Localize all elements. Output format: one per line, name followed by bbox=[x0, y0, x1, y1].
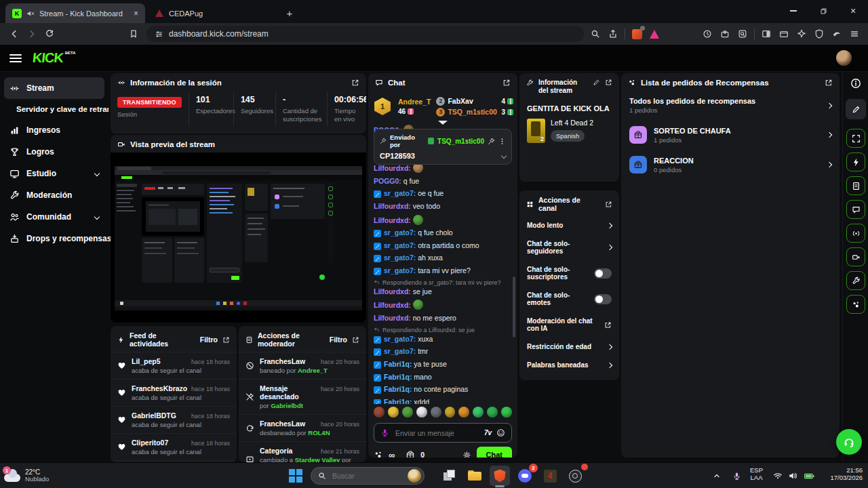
wifi-icon[interactable] bbox=[772, 470, 784, 482]
bookmark-icon[interactable] bbox=[125, 25, 142, 43]
back-icon[interactable] bbox=[5, 25, 23, 43]
toggle-switch[interactable] bbox=[594, 294, 612, 304]
more-options-icon[interactable] bbox=[498, 138, 506, 145]
identity-icon[interactable] bbox=[374, 450, 383, 458]
clock[interactable]: 21:56 17/03/2026 bbox=[830, 467, 863, 482]
chat-username[interactable]: Lilfourdxd: bbox=[374, 301, 411, 309]
leaderboard-user[interactable]: TSQ_m1stic00 bbox=[448, 108, 498, 116]
popout-icon[interactable] bbox=[605, 201, 612, 208]
channel-action-chevron[interactable]: Chat de solo-seguidores bbox=[519, 235, 619, 260]
weather-widget[interactable]: 1 22°C Nublado bbox=[4, 465, 49, 487]
sidebar-item-drops[interactable]: Drops y recompensas bbox=[0, 228, 108, 249]
pin-icon[interactable] bbox=[488, 138, 495, 145]
channel-action-external[interactable]: Moderación del chat con IA bbox=[519, 312, 619, 338]
chat-username[interactable]: Lilfourdxd: bbox=[374, 287, 411, 296]
address-bar[interactable]: dashboard.kick.com/stream bbox=[146, 26, 584, 42]
tab-kick-dashboard[interactable]: K Stream - Kick Dashboard × bbox=[5, 3, 145, 23]
quick-emote[interactable] bbox=[473, 407, 484, 418]
chat-username[interactable]: Fabri1q: bbox=[384, 398, 412, 404]
info-icon[interactable] bbox=[850, 77, 862, 89]
leaderboard-user[interactable]: FabXav bbox=[448, 97, 498, 105]
quick-emote[interactable] bbox=[416, 407, 427, 418]
sidebar-menu-icon[interactable] bbox=[9, 54, 22, 62]
wallet-icon[interactable] bbox=[775, 25, 793, 43]
emoji-icon[interactable] bbox=[496, 428, 505, 437]
chat-username[interactable]: Lilfourdxd: bbox=[374, 202, 411, 210]
quick-emote[interactable] bbox=[458, 407, 469, 418]
widget-bubble-button[interactable] bbox=[846, 200, 865, 219]
quick-emote[interactable] bbox=[501, 407, 512, 418]
new-tab-button[interactable]: + bbox=[282, 5, 297, 20]
stream-preview-video[interactable] bbox=[111, 152, 366, 323]
chevron-down-icon[interactable] bbox=[501, 153, 507, 159]
reward-item[interactable]: REACCION0 pedidos bbox=[621, 150, 840, 180]
history-icon[interactable] bbox=[698, 25, 716, 43]
mic-icon[interactable] bbox=[380, 428, 389, 437]
vpn-icon[interactable] bbox=[828, 25, 846, 43]
widget-cluster-button[interactable] bbox=[846, 295, 865, 314]
sidebar-item-logros[interactable]: Logros bbox=[0, 141, 108, 163]
chat-username[interactable]: sr_gato7: bbox=[384, 241, 416, 249]
chat-username[interactable]: Fabri1q: bbox=[384, 373, 412, 381]
chat-username[interactable]: Lilfourdxd: bbox=[374, 164, 411, 172]
widget-doc-button[interactable] bbox=[846, 176, 865, 195]
chat-username[interactable]: Fabri1q: bbox=[384, 360, 412, 368]
sidebar-item-comunidad[interactable]: Comunidad bbox=[0, 206, 108, 228]
shields-icon[interactable] bbox=[810, 25, 828, 43]
chat-messages[interactable]: Lilfourdxd: POGG0: q fuesr_gato7: oe q f… bbox=[374, 163, 511, 404]
battery-icon[interactable] bbox=[802, 469, 816, 483]
send-chat-button[interactable]: Chat bbox=[477, 447, 512, 458]
popout-icon[interactable] bbox=[352, 336, 359, 344]
chat-settings-icon[interactable] bbox=[462, 451, 471, 458]
kick-logo[interactable]: KICKBETA bbox=[32, 50, 64, 66]
site-settings-icon[interactable] bbox=[155, 30, 163, 39]
category-row[interactable]: 2 Left 4 Dead 2 Spanish bbox=[519, 113, 619, 149]
language-indicator[interactable]: ESP LAA bbox=[750, 467, 763, 482]
edit-widgets-button[interactable] bbox=[846, 99, 866, 119]
sidebar-item-server-key[interactable]: Servidor y clave de retransm bbox=[0, 99, 108, 119]
sidebar-toggle-icon[interactable] bbox=[757, 25, 775, 43]
widget-bolt-button[interactable] bbox=[846, 152, 865, 171]
reload-icon[interactable] bbox=[41, 25, 58, 43]
left4dead2-button[interactable]: 4 bbox=[540, 466, 560, 486]
sidebar-item-moderacion[interactable]: Moderación bbox=[0, 184, 108, 206]
restore-button[interactable] bbox=[808, 0, 838, 22]
tray-chevron-icon[interactable] bbox=[711, 470, 723, 482]
chat-username[interactable]: Fabri1q: bbox=[384, 385, 412, 393]
channel-action-toggle[interactable]: Chat de solo-suscriptores bbox=[519, 260, 619, 286]
chat-username[interactable]: sr_gato7: bbox=[384, 335, 416, 343]
search-input[interactable] bbox=[331, 471, 403, 481]
taskbar-search[interactable] bbox=[311, 467, 425, 485]
quick-emote[interactable] bbox=[431, 407, 441, 418]
channel-action-chevron[interactable]: Palabras baneadas bbox=[519, 356, 619, 374]
extensions-icon[interactable] bbox=[716, 25, 734, 43]
channel-action-chevron[interactable]: Modo lento bbox=[519, 216, 619, 235]
reward-item[interactable]: Todos los pedidos de recompensas1 pedido… bbox=[621, 91, 840, 120]
leo-ai-icon[interactable] bbox=[793, 25, 810, 43]
minimize-button[interactable] bbox=[778, 0, 808, 22]
sidebar-item-stream[interactable]: Stream bbox=[4, 77, 104, 99]
pinned-author[interactable]: TSQ_m1stic00 bbox=[437, 138, 484, 145]
reward-item[interactable]: SORTEO DE CHAUFA1 pedidos bbox=[621, 120, 840, 150]
chat-username[interactable]: sr_gato7: bbox=[384, 253, 416, 262]
follower-name[interactable]: FranchesKbrazo bbox=[132, 384, 187, 392]
chat-username[interactable]: sr_gato7: bbox=[384, 266, 416, 274]
widget-wrench-button[interactable] bbox=[846, 271, 865, 290]
toggle-switch[interactable] bbox=[594, 268, 612, 279]
channel-action-toggle[interactable]: Chat de solo-emotes bbox=[519, 286, 619, 312]
popout-icon[interactable] bbox=[351, 79, 359, 87]
tab-cedapug[interactable]: CEDAPug bbox=[148, 3, 250, 23]
popout-icon[interactable] bbox=[605, 79, 612, 86]
popout-icon[interactable] bbox=[222, 336, 230, 344]
quick-emote[interactable] bbox=[445, 407, 456, 418]
infinity-icon[interactable]: ∞ bbox=[389, 450, 395, 458]
channel-action-none[interactable]: Hostear canal bbox=[519, 374, 619, 380]
widget-cast-button[interactable] bbox=[846, 224, 865, 243]
chat-username[interactable]: Lilfourdxd: bbox=[374, 314, 411, 322]
adblock-extension-icon[interactable] bbox=[628, 25, 646, 43]
volume-icon[interactable] bbox=[787, 470, 799, 482]
quick-emote[interactable] bbox=[402, 407, 413, 418]
brave-browser-button[interactable] bbox=[490, 466, 510, 486]
gift-box-icon[interactable] bbox=[406, 450, 415, 458]
quick-emote[interactable] bbox=[374, 407, 384, 418]
